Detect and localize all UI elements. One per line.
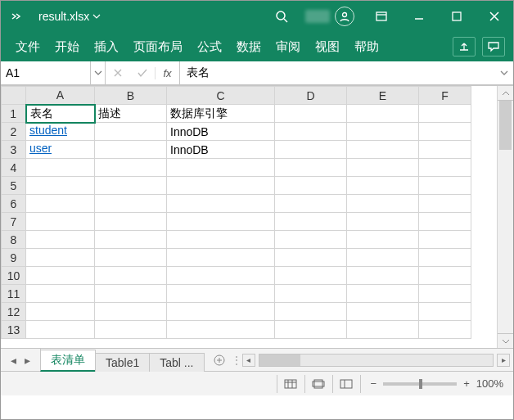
cell-B12[interactable] (95, 303, 167, 321)
ribbon-tab-file[interactable]: 文件 (9, 36, 47, 58)
cell-A3[interactable]: user (26, 141, 95, 159)
hyperlink[interactable]: user (29, 142, 52, 155)
row-header-3[interactable]: 3 (2, 141, 26, 159)
cell-C5[interactable] (167, 177, 275, 195)
row-header-5[interactable]: 5 (2, 177, 26, 195)
cell-F1[interactable] (419, 105, 471, 123)
fx-button[interactable]: fx (155, 67, 179, 79)
cell-E5[interactable] (347, 177, 419, 195)
scroll-down-icon[interactable] (498, 333, 513, 348)
vertical-scrollbar[interactable] (497, 86, 513, 348)
cell-B10[interactable] (95, 267, 167, 285)
column-header-A[interactable]: A (26, 87, 95, 105)
cell-E8[interactable] (347, 231, 419, 249)
cell-B8[interactable] (95, 231, 167, 249)
view-normal-icon[interactable] (277, 375, 304, 393)
cell-B3[interactable] (95, 141, 167, 159)
hyperlink[interactable]: student (29, 124, 67, 137)
cell-D13[interactable] (275, 321, 347, 339)
cell-C8[interactable] (167, 231, 275, 249)
cell-A5[interactable] (26, 177, 95, 195)
maximize-button[interactable] (438, 1, 476, 32)
ribbon-tab-review[interactable]: 审阅 (269, 36, 307, 58)
row-header-10[interactable]: 10 (2, 267, 26, 285)
row-header-8[interactable]: 8 (2, 231, 26, 249)
search-icon[interactable] (274, 9, 289, 24)
cell-C1[interactable]: 数据库引擎 (167, 105, 275, 123)
column-header-E[interactable]: E (347, 87, 419, 105)
spreadsheet-grid[interactable]: ABCDEF 1表名描述数据库引擎2studentInnoDB3userInno… (1, 86, 471, 339)
cell-D3[interactable] (275, 141, 347, 159)
ribbon-tab-home[interactable]: 开始 (48, 36, 86, 58)
cell-F5[interactable] (419, 177, 471, 195)
name-box-input[interactable] (1, 61, 91, 85)
cell-B13[interactable] (95, 321, 167, 339)
row-header-6[interactable]: 6 (2, 195, 26, 213)
zoom-in-button[interactable]: + (463, 377, 470, 390)
name-box-dropdown[interactable] (91, 61, 106, 85)
cell-D4[interactable] (275, 159, 347, 177)
zoom-level[interactable]: 100% (476, 377, 503, 390)
horizontal-scrollbar[interactable]: ◂ ▸ (239, 349, 513, 371)
minimize-button[interactable] (400, 1, 438, 32)
cancel-formula-icon[interactable] (106, 68, 130, 78)
cell-C3[interactable]: InnoDB (167, 141, 275, 159)
cell-C11[interactable] (167, 285, 275, 303)
enter-formula-icon[interactable] (130, 68, 155, 78)
account-area[interactable] (305, 7, 354, 26)
cell-F7[interactable] (419, 213, 471, 231)
view-pagelayout-icon[interactable] (304, 375, 332, 393)
cell-A9[interactable] (26, 249, 95, 267)
cell-E4[interactable] (347, 159, 419, 177)
cell-B9[interactable] (95, 249, 167, 267)
cell-A4[interactable] (26, 159, 95, 177)
cell-D1[interactable] (275, 105, 347, 123)
cell-F10[interactable] (419, 267, 471, 285)
sheet-tab-0[interactable]: 表清单 (40, 350, 96, 372)
cell-C9[interactable] (167, 249, 275, 267)
cell-C7[interactable] (167, 213, 275, 231)
row-header-9[interactable]: 9 (2, 249, 26, 267)
cell-F6[interactable] (419, 195, 471, 213)
select-all-corner[interactable] (2, 87, 26, 105)
cell-C13[interactable] (167, 321, 275, 339)
column-header-B[interactable]: B (95, 87, 167, 105)
cell-A8[interactable] (26, 231, 95, 249)
cell-D2[interactable] (275, 123, 347, 141)
cell-A11[interactable] (26, 285, 95, 303)
cell-E6[interactable] (347, 195, 419, 213)
cell-B7[interactable] (95, 213, 167, 231)
cell-D11[interactable] (275, 285, 347, 303)
cell-E13[interactable] (347, 321, 419, 339)
cell-F8[interactable] (419, 231, 471, 249)
tab-nav-next-icon[interactable]: ▸ (21, 354, 34, 367)
cell-F13[interactable] (419, 321, 471, 339)
cell-F2[interactable] (419, 123, 471, 141)
cell-D5[interactable] (275, 177, 347, 195)
hscroll-right-icon[interactable]: ▸ (497, 354, 510, 367)
sheet-tab-1[interactable]: Table1 (95, 353, 150, 372)
cell-C10[interactable] (167, 267, 275, 285)
ribbon-tab-data[interactable]: 数据 (230, 36, 268, 58)
column-header-D[interactable]: D (275, 87, 347, 105)
cell-B2[interactable] (95, 123, 167, 141)
cell-E7[interactable] (347, 213, 419, 231)
close-button[interactable] (476, 1, 513, 32)
cell-C6[interactable] (167, 195, 275, 213)
cell-A7[interactable] (26, 213, 95, 231)
cell-B1[interactable]: 描述 (95, 105, 167, 123)
cell-B5[interactable] (95, 177, 167, 195)
scroll-up-icon[interactable] (498, 86, 513, 101)
ribbon-tab-layout[interactable]: 页面布局 (127, 36, 189, 58)
cell-F11[interactable] (419, 285, 471, 303)
comments-icon[interactable] (482, 37, 505, 56)
cell-E10[interactable] (347, 267, 419, 285)
cell-A1[interactable]: 表名 (26, 105, 95, 123)
row-header-12[interactable]: 12 (2, 303, 26, 321)
avatar-icon[interactable] (335, 7, 354, 26)
view-pagebreak-icon[interactable] (332, 375, 360, 393)
cell-C4[interactable] (167, 159, 275, 177)
scroll-thumb[interactable] (499, 101, 512, 150)
cell-F4[interactable] (419, 159, 471, 177)
cell-D7[interactable] (275, 213, 347, 231)
